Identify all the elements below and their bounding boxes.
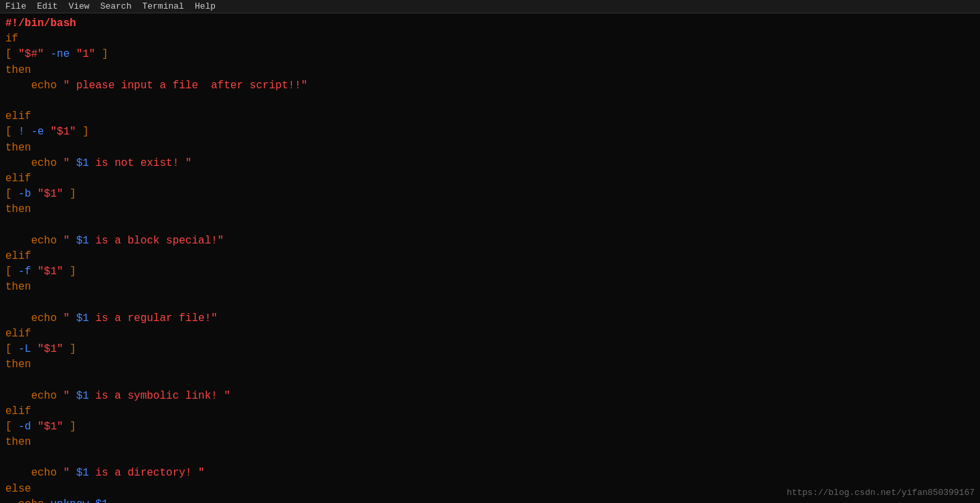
menu-search[interactable]: Search (100, 1, 132, 11)
line-blank4 (5, 373, 975, 388)
menu-edit[interactable]: Edit (37, 1, 58, 11)
line-echo6: echo " $1 is a directory! " (5, 466, 975, 481)
line-then5: then (5, 357, 975, 373)
line-elif2: elif (5, 171, 975, 187)
menu-file[interactable]: File (5, 1, 26, 11)
line-elif5: elif (5, 404, 975, 419)
line-if1: if (5, 31, 975, 47)
line-then2: then (5, 140, 975, 156)
line-cond5: [ -L "$1" ] (5, 342, 975, 357)
line-then4: then (5, 280, 975, 295)
line-echo1: echo " please input a file after script!… (5, 78, 975, 94)
line-then3: then (5, 202, 975, 217)
line-cond3: [ -b "$1" ] (5, 187, 975, 202)
line-cond2: [ ! -e "$1" ] (5, 124, 975, 140)
line-elif3: elif (5, 249, 975, 264)
line-blank5 (5, 450, 975, 466)
line-cond1: [ "$#" -ne "1" ] (5, 47, 975, 62)
line-blank2 (5, 217, 975, 233)
line-blank1 (5, 94, 975, 109)
line-echo5: echo " $1 is a symbolic link! " (5, 389, 975, 404)
line-elif4: elif (5, 326, 975, 342)
line-shebang: #!/bin/bash (5, 16, 975, 31)
watermark: https://blog.csdn.net/yifan850399167 (787, 488, 975, 498)
line-cond4: [ -f "$1" ] (5, 264, 975, 280)
menu-help[interactable]: Help (195, 1, 216, 11)
line-echo4: echo " $1 is a regular file!" (5, 311, 975, 326)
menu-view[interactable]: View (68, 1, 89, 11)
menu-terminal[interactable]: Terminal (142, 1, 183, 11)
line-then1: then (5, 63, 975, 78)
line-elif1: elif (5, 109, 975, 124)
line-blank3 (5, 295, 975, 310)
line-then6: then (5, 435, 975, 450)
line-echo7: echo unknow $1 (5, 497, 975, 503)
code-area: #!/bin/bash if [ "$#" -ne "1" ] then ech… (0, 13, 980, 503)
line-echo2: echo " $1 is not exist! " (5, 156, 975, 171)
line-cond6: [ -d "$1" ] (5, 419, 975, 435)
line-echo3: echo " $1 is a block special!" (5, 233, 975, 249)
menu-bar: File Edit View Search Terminal Help (0, 0, 980, 13)
